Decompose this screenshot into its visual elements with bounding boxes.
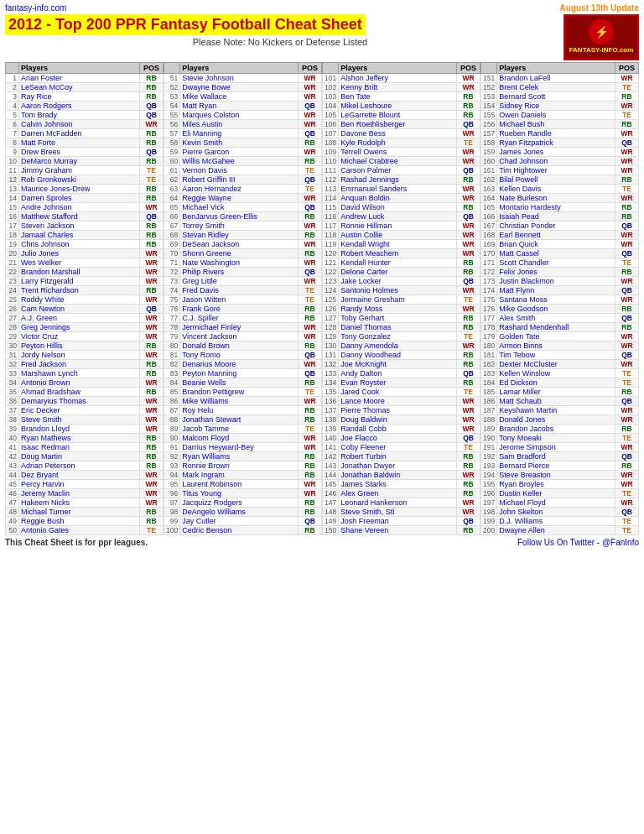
player-name[interactable]: Brian Quick xyxy=(497,240,615,249)
player-name[interactable]: Frank Gore xyxy=(180,305,299,314)
player-name[interactable]: Ronnie Brown xyxy=(180,461,299,471)
player-name[interactable]: BenJarvus Green-Ellis xyxy=(180,212,299,222)
footer-right[interactable]: Follow Us On Twitter - @FanInfo xyxy=(517,538,639,547)
player-name[interactable]: LeSean McCoy xyxy=(19,83,140,92)
player-name[interactable]: Sam Bradford xyxy=(497,452,615,461)
player-name[interactable]: Eric Decker xyxy=(19,406,140,415)
player-name[interactable]: Jerome Simpson xyxy=(497,443,615,452)
player-name[interactable]: Coby Fleener xyxy=(339,443,457,452)
player-name[interactable]: Jacob Tamme xyxy=(180,425,299,434)
player-name[interactable]: Shonn Greene xyxy=(180,249,299,258)
player-name[interactable]: Doug Baldwin xyxy=(339,415,457,425)
player-name[interactable]: Isaiah Pead xyxy=(497,212,615,222)
player-name[interactable]: Julio Jones xyxy=(19,249,140,258)
player-name[interactable]: Cam Newton xyxy=(19,305,140,314)
player-name[interactable]: Mike Williams xyxy=(180,397,299,406)
player-name[interactable]: DeAngelo Williams xyxy=(180,508,299,517)
player-name[interactable]: Roy Helu xyxy=(180,406,299,415)
player-name[interactable]: Golden Tate xyxy=(497,332,615,341)
player-name[interactable]: Matthew Stafford xyxy=(19,212,140,222)
player-name[interactable]: Kevin Smith xyxy=(180,138,299,148)
player-name[interactable]: Jake Locker xyxy=(339,277,457,286)
player-name[interactable]: Jeremy Maclin xyxy=(19,489,140,498)
player-name[interactable]: Donald Jones xyxy=(497,415,615,425)
player-name[interactable]: Terrell Owens xyxy=(339,148,457,157)
player-name[interactable]: Darrius Heyward-Bey xyxy=(180,443,299,452)
player-name[interactable]: Sidney Rice xyxy=(497,102,615,111)
player-name[interactable]: Ed Dickson xyxy=(497,378,615,388)
player-name[interactable]: Chad Johnson xyxy=(497,157,615,166)
player-name[interactable]: Jonathan Baldwin xyxy=(339,471,457,480)
player-name[interactable]: Fred Jackson xyxy=(19,360,140,369)
player-name[interactable]: Jordy Nelson xyxy=(19,351,140,360)
player-name[interactable]: Mikel Leshoure xyxy=(339,102,457,111)
player-name[interactable]: Greg Jennings xyxy=(19,323,140,332)
player-name[interactable]: Mark Ingram xyxy=(180,471,299,480)
player-name[interactable]: Matt Flynn xyxy=(497,286,615,295)
player-name[interactable]: Owen Daniels xyxy=(497,111,615,120)
player-name[interactable]: Earl Bennett xyxy=(497,231,615,240)
player-name[interactable]: Steve Smith, Stl xyxy=(339,508,457,517)
player-name[interactable]: Mike Goodson xyxy=(497,305,615,314)
player-name[interactable]: Donald Brown xyxy=(180,341,299,351)
player-name[interactable]: Rueben Randle xyxy=(497,129,615,138)
player-name[interactable]: Matt Forte xyxy=(19,138,140,148)
player-name[interactable]: Rashard Mendenhall xyxy=(497,323,615,332)
player-name[interactable]: Joe Flacco xyxy=(339,434,457,443)
player-name[interactable]: Brandon Lloyd xyxy=(19,425,140,434)
player-name[interactable]: Philip Rivers xyxy=(180,268,299,277)
player-name[interactable]: Dexter McCluster xyxy=(497,360,615,369)
player-name[interactable]: Dwayne Allen xyxy=(497,526,615,535)
player-name[interactable]: Brandon Pettigrew xyxy=(180,388,299,397)
player-name[interactable]: Alshon Jeffery xyxy=(339,74,457,83)
player-name[interactable]: Tom Brady xyxy=(19,111,140,120)
player-name[interactable]: Kenny Britt xyxy=(339,83,457,92)
player-name[interactable]: Dwayne Bowe xyxy=(180,83,299,92)
player-name[interactable]: DeMarco Murray xyxy=(19,157,140,166)
player-name[interactable]: Kendall Wright xyxy=(339,240,457,249)
player-name[interactable]: Evan Royster xyxy=(339,378,457,388)
player-name[interactable]: Emmanuel Sanders xyxy=(339,185,457,194)
player-name[interactable]: Vernon Davis xyxy=(180,166,299,175)
player-name[interactable]: Anquan Boldin xyxy=(339,194,457,203)
player-name[interactable]: Beanie Wells xyxy=(180,378,299,388)
player-name[interactable]: Reggie Wayne xyxy=(180,194,299,203)
player-name[interactable]: Joe McKnight xyxy=(339,360,457,369)
player-name[interactable]: Santana Moss xyxy=(497,295,615,305)
player-name[interactable]: Shane Vereen xyxy=(339,526,457,535)
player-name[interactable]: Hakeem Nicks xyxy=(19,498,140,508)
player-name[interactable]: Laurent Robinson xyxy=(180,480,299,489)
player-name[interactable]: David Wilson xyxy=(339,203,457,212)
player-name[interactable]: Willis McGahee xyxy=(180,157,299,166)
player-name[interactable]: Isaac Redman xyxy=(19,443,140,452)
player-name[interactable]: Kyle Rudolph xyxy=(339,138,457,148)
player-name[interactable]: Robert Meachem xyxy=(339,249,457,258)
player-name[interactable]: Matt Cassel xyxy=(497,249,615,258)
player-name[interactable]: Michael Turner xyxy=(19,508,140,517)
player-name[interactable]: Adrian Peterson xyxy=(19,461,140,471)
player-name[interactable]: C.J. Spiller xyxy=(180,314,299,323)
player-name[interactable]: Jared Cook xyxy=(339,388,457,397)
player-name[interactable]: Ben Roethlisberger xyxy=(339,120,457,129)
player-name[interactable]: Ryan Fitzpatrick xyxy=(497,138,615,148)
player-name[interactable]: Jonathan Stewart xyxy=(180,415,299,425)
player-name[interactable]: Peyton Hillis xyxy=(19,341,140,351)
player-name[interactable]: Jonathan Dwyer xyxy=(339,461,457,471)
player-name[interactable]: Roddy White xyxy=(19,295,140,305)
player-name[interactable]: Davone Bess xyxy=(339,129,457,138)
player-name[interactable]: Jason Witten xyxy=(180,295,299,305)
player-name[interactable]: A.J. Green xyxy=(19,314,140,323)
player-name[interactable]: Greg Little xyxy=(180,277,299,286)
player-name[interactable]: Kellen Winslow xyxy=(497,369,615,378)
player-name[interactable]: Tony Romo xyxy=(180,351,299,360)
player-name[interactable]: Robert Turbin xyxy=(339,452,457,461)
player-name[interactable]: Drew Brees xyxy=(19,148,140,157)
player-name[interactable]: Titus Young xyxy=(180,489,299,498)
player-name[interactable]: Andrew Luck xyxy=(339,212,457,222)
player-name[interactable]: Bilal Powell xyxy=(497,175,615,185)
player-name[interactable]: Victor Cruz xyxy=(19,332,140,341)
player-name[interactable]: Malcom Floyd xyxy=(180,434,299,443)
player-name[interactable]: Peyton Manning xyxy=(180,369,299,378)
player-name[interactable]: Demaryius Thomas xyxy=(19,397,140,406)
player-name[interactable]: Torrey Smith xyxy=(180,222,299,231)
